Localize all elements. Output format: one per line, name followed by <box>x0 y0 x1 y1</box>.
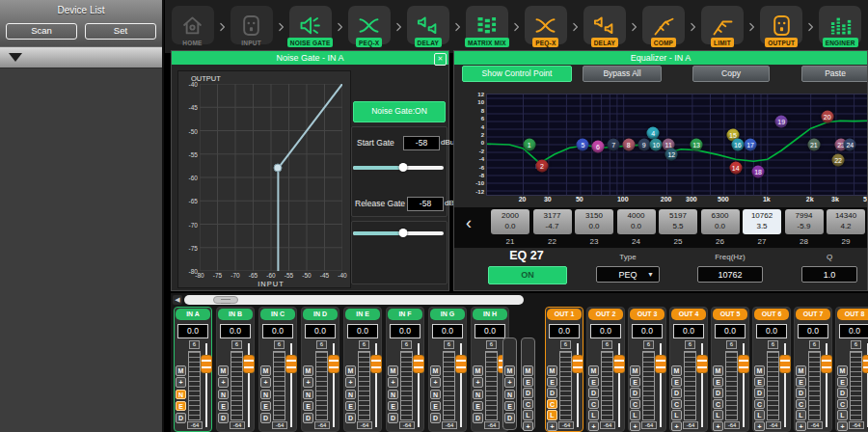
strip-button-plus[interactable]: + <box>523 421 533 432</box>
noise-gate-on-button[interactable]: Noise Gate:ON <box>353 101 446 122</box>
strip-button-e[interactable]: E <box>388 401 398 412</box>
strip-button-l[interactable]: L <box>837 410 848 420</box>
channel-label[interactable]: IN H <box>473 309 507 320</box>
strip-button-e[interactable]: E <box>837 377 848 388</box>
mixer-scrollbar[interactable] <box>184 295 524 305</box>
slider-knob[interactable] <box>398 163 407 172</box>
strip-button-e[interactable]: E <box>630 377 640 388</box>
strip-button-c[interactable]: C <box>754 399 765 410</box>
strip-button-d[interactable]: D <box>754 388 765 398</box>
strip-button-l[interactable]: L <box>588 410 599 420</box>
channel-label[interactable]: OUT 3 <box>630 309 665 320</box>
channel-gain-value[interactable]: 0.0 <box>432 324 463 338</box>
strip-button-c[interactable]: C <box>713 399 723 410</box>
eq-point-16[interactable]: 16 <box>731 139 744 151</box>
channel-label[interactable]: OUT 7 <box>796 309 830 320</box>
toolbar-item-home[interactable]: HOME <box>170 6 215 47</box>
strip-button-l[interactable]: L <box>671 410 682 420</box>
fader-handle[interactable] <box>821 355 832 373</box>
channel-gain-value[interactable]: 0.0 <box>632 324 663 338</box>
toolbar-item-peq-x[interactable]: PEQ-X <box>346 6 392 47</box>
channel-gain-value[interactable]: 0.0 <box>839 324 868 338</box>
toolbar-item-enginer[interactable]: ENGINER <box>818 6 863 47</box>
strip-button-plus[interactable]: + <box>837 421 848 432</box>
strip-button-m[interactable]: M <box>523 365 533 376</box>
strip-button-m[interactable]: M <box>388 365 398 376</box>
band-cell-24[interactable]: 40000.0 <box>617 209 656 234</box>
eq-plot[interactable]: 1H2456789101112131415161718192021222324 <box>486 94 868 196</box>
strip-button-plus[interactable]: + <box>176 377 186 388</box>
strip-button-l[interactable]: L <box>754 410 765 420</box>
strip-button-m[interactable]: M <box>754 365 765 376</box>
strip-button-e[interactable]: E <box>218 401 229 412</box>
strip-button-e[interactable]: E <box>176 401 186 412</box>
strip-button-d[interactable]: D <box>430 413 441 423</box>
strip-button-c[interactable]: C <box>837 399 848 410</box>
strip-button-d[interactable]: D <box>796 388 806 398</box>
eq-point-2[interactable]: 2 <box>535 160 548 173</box>
fader-handle[interactable] <box>201 355 212 373</box>
fader-handle[interactable] <box>455 355 467 373</box>
strip-button-d[interactable]: D <box>547 388 557 398</box>
strip-button-c[interactable]: C <box>630 399 640 410</box>
fader-handle[interactable] <box>370 355 382 373</box>
band-scroll-left-icon[interactable]: ‹ <box>459 211 478 236</box>
strip-button-c[interactable]: C <box>547 399 557 410</box>
eq-point-8[interactable]: 8 <box>622 139 635 151</box>
strip-button-d[interactable]: D <box>303 413 313 423</box>
channel-gain-value[interactable]: 0.0 <box>347 324 378 338</box>
toolbar-item-comp[interactable]: COMP <box>641 6 687 47</box>
strip-button-d[interactable]: D <box>176 413 186 423</box>
strip-button-m[interactable]: M <box>588 365 599 376</box>
channel-gain-value[interactable]: 0.0 <box>390 324 420 338</box>
strip-button-plus[interactable]: + <box>388 377 398 388</box>
strip-button-m[interactable]: M <box>303 365 313 376</box>
toolbar-item-limit[interactable]: LIMIT <box>700 6 746 47</box>
strip-button-d[interactable]: D <box>218 413 229 423</box>
strip-button-plus[interactable]: + <box>796 421 806 432</box>
q-field[interactable]: 1.0 <box>801 266 857 283</box>
channel-label[interactable]: OUT 5 <box>713 309 747 320</box>
strip-button-n[interactable]: N <box>218 390 229 400</box>
strip-button-c[interactable]: C <box>796 399 806 410</box>
strip-button-m[interactable]: M <box>504 365 515 376</box>
type-dropdown[interactable]: PEQ ▼ <box>596 266 660 283</box>
channel-gain-value[interactable]: 0.0 <box>305 324 336 338</box>
device-list-expander[interactable] <box>0 46 162 68</box>
eq-point-4[interactable]: 4 <box>647 127 660 140</box>
eq-point-10[interactable]: 10 <box>650 139 663 151</box>
strip-button-d[interactable]: D <box>388 413 398 423</box>
gate-threshold-handle[interactable] <box>274 164 283 173</box>
strip-button-d[interactable]: D <box>504 413 515 423</box>
eq-point-7[interactable]: 7 <box>608 139 620 151</box>
eq-point-17[interactable]: 17 <box>745 139 757 151</box>
strip-button-plus[interactable]: + <box>218 377 229 388</box>
strip-button-plus[interactable]: + <box>345 377 356 388</box>
channel-label[interactable]: IN A <box>176 309 210 320</box>
strip-button-n[interactable]: N <box>176 390 186 400</box>
strip-button-d[interactable]: D <box>671 388 682 398</box>
bypass-all-button[interactable]: Bypass All <box>583 66 662 82</box>
strip-button-d[interactable]: D <box>837 388 848 398</box>
fader-handle[interactable] <box>613 355 625 373</box>
strip-button-d[interactable]: D <box>523 388 533 398</box>
strip-button-n[interactable]: N <box>430 390 441 400</box>
fader-handle[interactable] <box>779 355 791 373</box>
strip-button-l[interactable]: L <box>523 410 533 420</box>
eq-point-19[interactable]: 19 <box>775 116 788 128</box>
start-gate-slider[interactable] <box>353 163 444 172</box>
band-cell-26[interactable]: 63000.0 <box>701 209 740 234</box>
channel-label[interactable]: OUT 2 <box>588 309 623 320</box>
strip-button-c[interactable]: C <box>671 399 682 410</box>
strip-button-e[interactable]: E <box>671 377 682 388</box>
strip-button-plus[interactable]: + <box>754 421 765 432</box>
strip-button-m[interactable]: M <box>713 365 723 376</box>
show-control-point-button[interactable]: Show Control Point <box>462 66 572 82</box>
strip-button-m[interactable]: M <box>671 365 682 376</box>
band-cell-21[interactable]: 20000.0 <box>491 209 529 234</box>
band-cell-22[interactable]: 3177-4.7 <box>533 209 572 234</box>
strip-button-plus[interactable]: + <box>547 421 557 432</box>
channel-gain-value[interactable]: 0.0 <box>798 324 828 338</box>
strip-button-n[interactable]: N <box>260 390 271 400</box>
eq-point-22[interactable]: 22 <box>832 154 845 167</box>
